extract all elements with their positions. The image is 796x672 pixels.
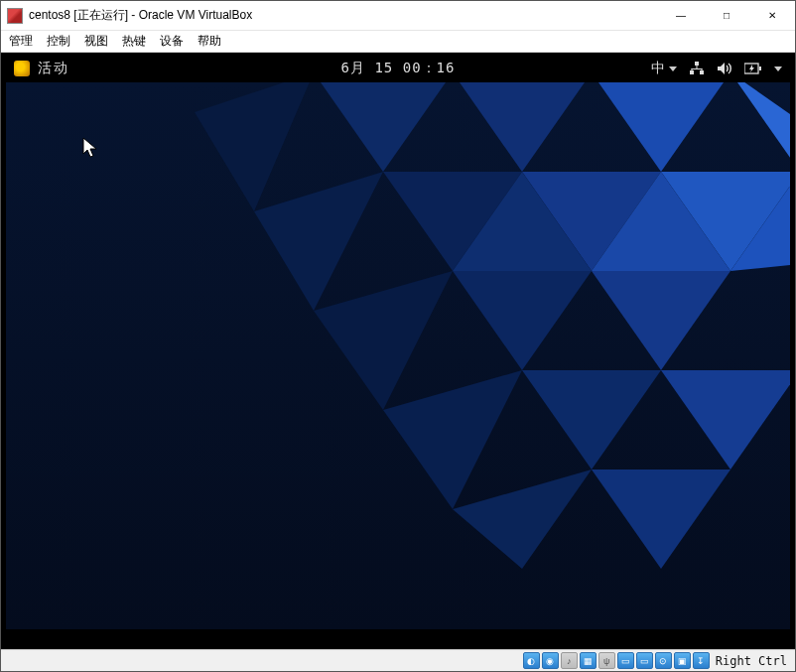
- sb-audio-icon[interactable]: ♪: [561, 652, 578, 669]
- close-button[interactable]: ✕: [749, 1, 795, 31]
- svg-rect-3: [697, 66, 698, 68]
- menu-control[interactable]: 控制: [47, 33, 70, 50]
- svg-rect-8: [759, 67, 761, 70]
- system-menu-chevron-icon[interactable]: [774, 67, 782, 71]
- hostkey-label[interactable]: Right Ctrl: [712, 654, 791, 668]
- activities-button[interactable]: 活动: [38, 60, 69, 77]
- svg-marker-17: [522, 370, 661, 470]
- guest-display[interactable]: 活动 6月 15 00：16 中: [1, 53, 795, 649]
- volume-icon[interactable]: [717, 62, 732, 75]
- svg-marker-26: [592, 470, 730, 569]
- menubar: 管理 控制 视图 热键 设备 帮助: [1, 31, 795, 53]
- menu-view[interactable]: 视图: [84, 33, 108, 50]
- svg-rect-5: [692, 68, 693, 71]
- menu-manage[interactable]: 管理: [9, 33, 33, 50]
- sb-cpu-icon[interactable]: ▣: [674, 652, 691, 669]
- virtualbox-icon: [7, 8, 23, 24]
- svg-rect-6: [702, 68, 703, 71]
- titlebar[interactable]: centos8 [正在运行] - Oracle VM VirtualBox — …: [1, 1, 795, 31]
- menu-devices[interactable]: 设备: [160, 33, 184, 50]
- sb-recording-icon[interactable]: ⊙: [655, 652, 672, 669]
- window-title: centos8 [正在运行] - Oracle VM VirtualBox: [29, 7, 252, 24]
- gnome-topbar: 活动 6月 15 00：16 中: [6, 56, 790, 81]
- chevron-down-icon: [669, 67, 677, 71]
- battery-icon[interactable]: [744, 63, 762, 74]
- svg-marker-19: [730, 82, 790, 172]
- menu-hotkey[interactable]: 热键: [122, 33, 146, 50]
- svg-marker-22: [254, 172, 383, 311]
- svg-marker-21: [195, 82, 314, 211]
- maximize-button[interactable]: □: [704, 1, 749, 31]
- svg-marker-9: [314, 82, 453, 172]
- input-method-indicator[interactable]: 中: [651, 60, 677, 77]
- network-icon[interactable]: [689, 62, 705, 75]
- desktop-wallpaper: [6, 82, 790, 629]
- svg-rect-4: [692, 68, 703, 69]
- gnome-shell-icon: [14, 61, 30, 76]
- sb-display-icon[interactable]: ▭: [636, 652, 653, 669]
- statusbar: ◐ ◉ ♪ ▦ ψ ▭ ▭ ⊙ ▣ ↧ Right Ctrl: [1, 649, 795, 671]
- sb-usb-icon[interactable]: ψ: [598, 652, 615, 669]
- sb-harddisk-icon[interactable]: ◐: [523, 652, 540, 669]
- minimize-button[interactable]: —: [658, 1, 704, 31]
- svg-marker-14: [592, 82, 730, 172]
- sb-optical-icon[interactable]: ◉: [542, 652, 559, 669]
- sb-mouse-integration-icon[interactable]: ↧: [693, 652, 710, 669]
- svg-rect-0: [695, 62, 699, 66]
- svg-marker-10: [453, 82, 592, 172]
- svg-marker-23: [314, 271, 453, 410]
- ime-label: 中: [651, 60, 665, 77]
- svg-marker-24: [383, 370, 522, 509]
- svg-marker-25: [453, 470, 592, 569]
- mouse-cursor: [82, 137, 98, 159]
- svg-marker-18: [661, 370, 790, 470]
- sb-network-icon[interactable]: ▦: [580, 652, 597, 669]
- svg-marker-16: [592, 271, 730, 370]
- sb-shared-folder-icon[interactable]: ▭: [617, 652, 634, 669]
- clock[interactable]: 6月 15 00：16: [341, 60, 456, 77]
- menu-help[interactable]: 帮助: [198, 33, 221, 50]
- virtualbox-window: centos8 [正在运行] - Oracle VM VirtualBox — …: [0, 0, 796, 672]
- svg-marker-13: [453, 271, 592, 370]
